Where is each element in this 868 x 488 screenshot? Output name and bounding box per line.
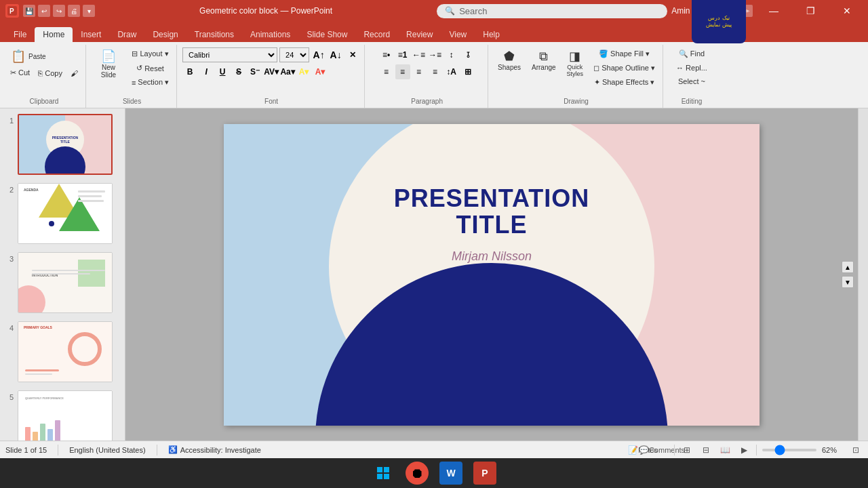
word-taskbar-button[interactable]: W (439, 462, 462, 485)
slide-thumb-5[interactable]: 5 QUARTERLY PERFORMANCE (3, 388, 122, 441)
comments-button[interactable]: 💬 Comments (655, 443, 669, 457)
select-button[interactable]: Select ~ (673, 75, 711, 87)
tab-draw[interactable]: Draw (109, 27, 144, 42)
next-slide-button[interactable]: ▼ (842, 276, 854, 288)
font-family-select[interactable]: Calibri (182, 47, 277, 62)
tab-insert[interactable]: Insert (73, 27, 109, 42)
prev-slide-button[interactable]: ▲ (842, 261, 854, 273)
search-bar[interactable]: 🔍 Search (437, 4, 667, 18)
restore-button[interactable]: ❐ (795, 0, 826, 22)
powerpoint-taskbar-button[interactable]: P (473, 462, 496, 485)
align-right-button[interactable]: ≡ (412, 64, 427, 79)
shape-outline-button[interactable]: ◻ Shape Outline ▾ (590, 62, 658, 75)
decrease-font-button[interactable]: A↓ (328, 47, 343, 62)
reading-view-button[interactable]: 📖 (718, 443, 732, 457)
arrange-button[interactable]: ⧉ Arrange (528, 47, 560, 74)
tab-design[interactable]: Design (144, 27, 186, 42)
change-case-button[interactable]: Aa▾ (280, 64, 295, 79)
bold-button[interactable]: B (182, 64, 197, 79)
customize-qat[interactable]: ▾ (83, 5, 95, 17)
tab-review[interactable]: Review (398, 27, 441, 42)
paste-button[interactable]: 📋 Paste (7, 47, 50, 65)
bullets-button[interactable]: ≡• (379, 47, 394, 62)
slide-subtitle[interactable]: Mirjam Nilsson (356, 249, 627, 264)
svg-rect-4 (377, 474, 382, 479)
redo-button[interactable]: ↪ (53, 5, 65, 17)
increase-indent-button[interactable]: →≡ (428, 47, 443, 62)
new-slide-button[interactable]: 📄 NewSlide (92, 47, 125, 81)
normal-view-button[interactable]: ⊞ (680, 443, 694, 457)
shape-fill-button[interactable]: 🪣 Shape Fill ▾ (590, 47, 658, 60)
cut-button[interactable]: ✂ Cut (7, 66, 33, 79)
print-button[interactable]: 🖨 (68, 5, 80, 17)
slide-preview-4: PRIMARY GOALS (18, 321, 113, 382)
clear-format-button[interactable]: ✕ (345, 47, 360, 62)
slide-panel[interactable]: 1 PRESENTATIONTITLE 2 (0, 108, 125, 441)
reset-button[interactable]: ↺ Reset (128, 62, 172, 75)
find-button[interactable]: 🔍 Find (673, 47, 711, 60)
text-direction-button[interactable]: ↕A (444, 64, 459, 79)
tab-home[interactable]: Home (35, 27, 73, 42)
columns-button[interactable]: ⫱ (460, 47, 475, 62)
undo-button[interactable]: ↩ (38, 5, 50, 17)
highlight-button[interactable]: A▾ (296, 64, 311, 79)
accessibility-status[interactable]: ♿ Accessibility: Investigate (168, 445, 261, 454)
reset-icon: ↺ (136, 64, 142, 73)
shadow-button[interactable]: S⁻ (248, 64, 262, 79)
shapes-icon: ⬟ (504, 50, 515, 62)
slide-canvas[interactable]: PRESENTATION TITLE Mirjam Nilsson (224, 124, 760, 426)
tab-help[interactable]: Help (475, 27, 508, 42)
save-button[interactable]: 💾 (23, 5, 35, 17)
replace-button[interactable]: ↔ Repl... (673, 62, 711, 74)
recorder-button[interactable]: ⏺ (406, 462, 429, 485)
close-button[interactable]: ✕ (831, 0, 863, 22)
layout-button[interactable]: ⊟ Layout ▾ (128, 47, 172, 60)
numbering-button[interactable]: ≡1 (395, 47, 410, 62)
section-button[interactable]: ≡ Section ▾ (128, 76, 172, 89)
svg-rect-3 (384, 467, 389, 472)
windows-button[interactable] (372, 462, 395, 485)
svg-rect-5 (384, 474, 389, 479)
convert-smartart[interactable]: ⊞ (460, 64, 475, 79)
slide-sorter-button[interactable]: ⊟ (699, 443, 713, 457)
font-group: Calibri 24 A↑ A↓ ✕ B I U S S⁻ AV▾ Aa▾ A▾… (178, 45, 365, 108)
slide-title[interactable]: PRESENTATION TITLE (356, 185, 627, 239)
quick-styles-button[interactable]: ◨ QuickStyles (563, 47, 588, 80)
slide-thumb-2[interactable]: 2 AGENDA (3, 180, 122, 247)
app-icon: P (5, 4, 19, 18)
font-color-button[interactable]: A▾ (313, 64, 328, 79)
align-left-button[interactable]: ≡ (379, 64, 394, 79)
section-icon: ≡ (132, 79, 136, 87)
italic-button[interactable]: I (199, 64, 214, 79)
strikethrough-button[interactable]: S (231, 64, 246, 79)
right-scrollbar[interactable] (858, 108, 868, 441)
slide-thumb-4[interactable]: 4 PRIMARY GOALS (3, 319, 122, 385)
char-spacing-button[interactable]: AV▾ (264, 64, 279, 79)
canvas-area[interactable]: PRESENTATION TITLE Mirjam Nilsson ▲ ▼ (125, 108, 858, 441)
underline-button[interactable]: U (215, 64, 230, 79)
fit-slide-button[interactable]: ⊡ (849, 443, 863, 457)
slide-preview-3: INTRODUCTION (18, 252, 113, 313)
minimize-button[interactable]: — (758, 0, 789, 22)
tab-file[interactable]: File (5, 27, 35, 42)
tab-slideshow[interactable]: Slide Show (298, 27, 355, 42)
font-size-select[interactable]: 24 (279, 47, 309, 62)
shapes-button[interactable]: ⬟ Shapes (494, 47, 525, 74)
format-painter[interactable]: 🖌 (67, 66, 81, 79)
slide-thumb-3[interactable]: 3 INTRODUCTION (3, 249, 122, 316)
slide-thumb-1[interactable]: 1 PRESENTATIONTITLE (3, 111, 122, 178)
slide-show-button[interactable]: ▶ (737, 443, 751, 457)
decrease-indent-button[interactable]: ←≡ (412, 47, 427, 62)
tab-transitions[interactable]: Transitions (186, 27, 242, 42)
slide-text-block[interactable]: PRESENTATION TITLE Mirjam Nilsson (356, 185, 627, 264)
tab-record[interactable]: Record (355, 27, 398, 42)
shape-effects-button[interactable]: ✦ Shape Effects ▾ (590, 76, 658, 89)
line-spacing-button[interactable]: ↕ (444, 47, 459, 62)
zoom-slider[interactable] (762, 449, 816, 451)
tab-view[interactable]: View (441, 27, 475, 42)
tab-animations[interactable]: Animations (242, 27, 298, 42)
align-center-button[interactable]: ≡ (395, 64, 410, 79)
justify-button[interactable]: ≡ (428, 64, 443, 79)
increase-font-button[interactable]: A↑ (311, 47, 326, 62)
copy-button[interactable]: ⎘ Copy (35, 66, 66, 79)
